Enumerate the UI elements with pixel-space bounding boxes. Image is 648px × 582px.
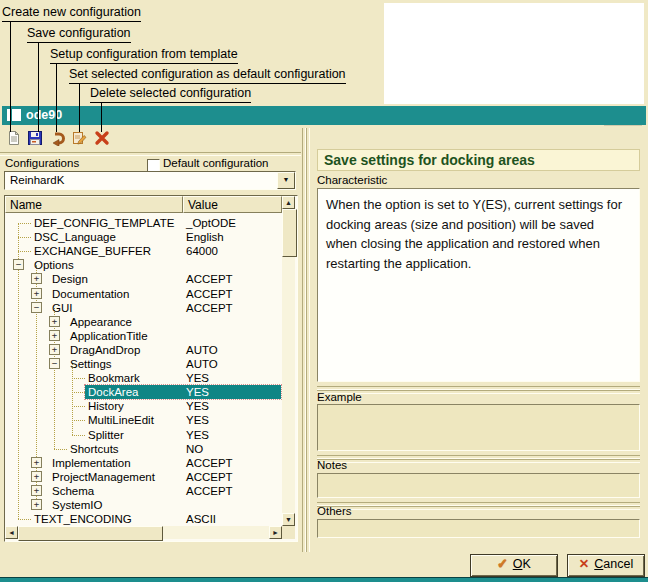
new-configuration-button[interactable] <box>6 130 24 148</box>
tree-row[interactable]: BookmarkYES <box>5 371 282 385</box>
tree-item-value: ACCEPT <box>186 301 233 315</box>
tree-row[interactable]: +DesignACCEPT <box>5 272 282 286</box>
tree-item-label[interactable]: Design <box>52 272 88 286</box>
tree-row[interactable]: +DragAndDropAUTO <box>5 343 282 357</box>
tree-item-label[interactable]: Shortcuts <box>70 442 119 456</box>
delete-configuration-button[interactable] <box>94 130 112 148</box>
configuration-dropdown-value: ReinhardK <box>10 174 64 186</box>
tree-item-label[interactable]: DragAndDrop <box>70 343 140 357</box>
tree-item-label[interactable]: TEXT_ENCODING <box>34 512 132 526</box>
tree-connector <box>18 223 31 224</box>
tree-item-label[interactable]: Implementation <box>52 456 131 470</box>
tree-connector <box>72 406 85 407</box>
collapse-icon[interactable]: − <box>49 358 60 369</box>
tree-row[interactable]: DEF_CONFIG_TEMPLATE_OptODE <box>5 216 282 230</box>
expand-icon[interactable]: + <box>31 499 42 510</box>
tree-item-label[interactable]: DSC_Language <box>34 230 116 244</box>
tree-item-label[interactable]: MultiLineEdit <box>88 413 154 427</box>
tree-row[interactable]: EXCHANGE_BUFFER64000 <box>5 244 282 258</box>
tree-row[interactable]: ShortcutsNO <box>5 442 282 456</box>
section-splitter[interactable] <box>317 390 640 394</box>
tree-item-value: YES <box>186 413 209 427</box>
section-splitter[interactable] <box>317 459 640 463</box>
tree-row[interactable]: TEXT_ENCODINGASCII <box>5 512 282 526</box>
tree-item-label[interactable]: Bookmark <box>88 371 140 385</box>
tree-row[interactable]: +ImplementationACCEPT <box>5 456 282 470</box>
tree-item-label[interactable]: Schema <box>52 484 94 498</box>
tree-row[interactable]: +Appearance <box>5 315 282 329</box>
tree-item-label[interactable]: DockArea <box>88 385 139 399</box>
tree-item-label[interactable]: Appearance <box>70 315 132 329</box>
tree-item-value: _OptODE <box>186 216 236 230</box>
tree-row[interactable]: −SettingsAUTO <box>5 357 282 371</box>
scroll-up-icon[interactable]: ▲ <box>282 196 295 209</box>
expand-icon[interactable]: + <box>49 344 60 355</box>
example-label: Example <box>317 391 362 403</box>
tree-row[interactable]: +SchemaACCEPT <box>5 484 282 498</box>
save-configuration-button[interactable] <box>27 130 45 148</box>
tree-row[interactable]: MultiLineEditYES <box>5 413 282 427</box>
tree-item-value: ACCEPT <box>186 287 233 301</box>
tree-item-label[interactable]: DEF_CONFIG_TEMPLATE <box>34 216 174 230</box>
expand-icon[interactable]: + <box>31 485 42 496</box>
scroll-down-icon[interactable]: ▼ <box>282 513 295 526</box>
set-default-configuration-button[interactable] <box>71 130 89 148</box>
expand-icon[interactable]: + <box>31 471 42 482</box>
tree-item-value: ASCII <box>186 512 216 526</box>
tree-row[interactable]: −GUIACCEPT <box>5 301 282 315</box>
tree-connector <box>18 251 31 252</box>
column-header-name[interactable]: Name <box>5 196 183 213</box>
collapse-icon[interactable]: − <box>31 302 42 313</box>
tree-item-label[interactable]: ApplicationTitle <box>70 329 148 343</box>
tree-item-label[interactable]: Documentation <box>52 287 129 301</box>
collapse-icon[interactable]: − <box>13 259 24 270</box>
vertical-scroll-thumb[interactable] <box>282 209 297 257</box>
cancel-button[interactable]: ✕Cancel <box>567 554 645 577</box>
tree-item-label[interactable]: Settings <box>70 357 112 371</box>
tree-item-value: AUTO <box>186 343 218 357</box>
screenshot-root: Create new configurationSave configurati… <box>0 0 648 582</box>
scroll-left-icon[interactable]: ◄ <box>5 526 18 539</box>
others-label: Others <box>317 505 352 517</box>
tree-item-label[interactable]: GUI <box>52 301 72 315</box>
tree-item-label[interactable]: ProjectManagement <box>52 470 155 484</box>
tree-row[interactable]: DockAreaYES <box>5 385 282 399</box>
section-splitter[interactable] <box>317 506 640 510</box>
tree-item-label[interactable]: History <box>88 399 124 413</box>
characteristic-text: When the option is set to Y(ES), current… <box>317 188 640 382</box>
tree-item-value: ACCEPT <box>186 470 233 484</box>
tree-row[interactable]: +ProjectManagementACCEPT <box>5 470 282 484</box>
tree-connector <box>72 420 85 421</box>
tree-row[interactable]: SplitterYES <box>5 428 282 442</box>
tree-row[interactable]: +DocumentationACCEPT <box>5 287 282 301</box>
tree-row[interactable]: HistoryYES <box>5 399 282 413</box>
tree-guide-line <box>72 364 74 435</box>
tree-row[interactable]: +ApplicationTitle <box>5 329 282 343</box>
column-header-value[interactable]: Value <box>183 196 282 213</box>
tree-item-label[interactable]: EXCHANGE_BUFFER <box>34 244 151 258</box>
tree-item-value: ACCEPT <box>186 272 233 286</box>
setup-from-template-button[interactable] <box>50 130 68 148</box>
tree-connector <box>18 519 31 520</box>
horizontal-scroll-thumb[interactable] <box>18 526 163 541</box>
expand-icon[interactable]: + <box>31 288 42 299</box>
tree-row[interactable]: DSC_LanguageEnglish <box>5 230 282 244</box>
configuration-dropdown[interactable]: ReinhardK ▼ <box>4 171 296 190</box>
ok-button[interactable]: ✓OK <box>470 554 558 577</box>
expand-icon[interactable]: + <box>49 316 60 327</box>
tree-item-value: NO <box>186 442 203 456</box>
tree-row[interactable]: −Options <box>5 258 282 272</box>
configuration-tree: Name Value DEF_CONFIG_TEMPLATE_OptODEDSC… <box>4 195 298 542</box>
tree-row[interactable]: +SystemIO <box>5 498 282 512</box>
expand-icon[interactable]: + <box>31 273 42 284</box>
tree-item-label[interactable]: Options <box>34 258 74 272</box>
chevron-down-icon[interactable]: ▼ <box>277 172 295 189</box>
expand-icon[interactable]: + <box>49 330 60 341</box>
scroll-right-icon[interactable]: ► <box>269 526 282 539</box>
tree-item-label[interactable]: SystemIO <box>52 498 102 512</box>
expand-icon[interactable]: + <box>31 457 42 468</box>
annotation-pointer-line <box>38 42 39 132</box>
annotation-pointer-line <box>79 83 80 132</box>
tree-item-label[interactable]: Splitter <box>88 428 124 442</box>
panel-splitter[interactable] <box>306 128 310 552</box>
